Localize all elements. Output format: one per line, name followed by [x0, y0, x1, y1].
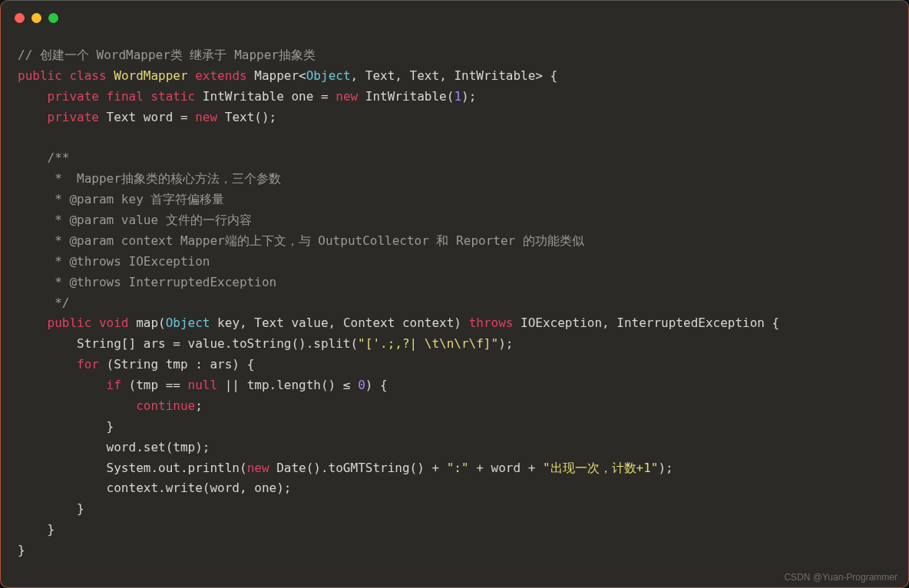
keyword-new: new [195, 110, 217, 124]
code-text: ); [498, 336, 513, 351]
keyword-public: public [48, 315, 92, 330]
minimize-icon[interactable] [31, 13, 41, 23]
code-text: ); [461, 89, 476, 104]
code-text: Text word = [99, 110, 195, 124]
keyword-final: final [107, 89, 144, 104]
number-literal: 1 [454, 89, 461, 104]
generic-object: Object [306, 68, 351, 83]
code-text: } [18, 543, 25, 557]
keyword-public: public [18, 68, 62, 83]
code-text: || tmp.length() ≤ [217, 378, 358, 392]
code-text: ); [658, 461, 673, 475]
keyword-void: void [99, 315, 129, 330]
close-icon[interactable] [15, 13, 25, 23]
keyword-throws: throws [469, 315, 514, 330]
keyword-if: if [107, 378, 121, 392]
code-text: (String tmp : ars) { [99, 357, 254, 372]
number-literal: 0 [358, 378, 365, 392]
code-text: Text(); [217, 110, 276, 124]
string-literal: ":" [447, 461, 469, 475]
class-name: WordMapper [114, 68, 187, 83]
code-text: } [18, 501, 84, 516]
code-text: context.write(word, one); [18, 481, 291, 495]
code-text: word.set(tmp); [18, 440, 210, 454]
keyword-continue: continue [136, 398, 195, 413]
code-text: ) { [365, 378, 388, 392]
javadoc: * Mapper抽象类的核心方法，三个参数 [18, 171, 281, 186]
javadoc: * @throws InterruptedException [18, 275, 276, 289]
string-literal: "['.;,?| \t\n\r\f]" [358, 336, 498, 351]
titlebar [1, 1, 908, 35]
javadoc: * @param value 文件的一行内容 [18, 213, 252, 227]
keyword-private: private [48, 110, 99, 124]
keyword-null: null [188, 378, 218, 392]
keyword-class: class [69, 68, 106, 83]
code-text: String[] ars = value.toString().split( [18, 336, 358, 351]
keyword-new: new [336, 89, 358, 104]
code-text: Date().toGMTString() + [269, 461, 447, 475]
code-block: // 创建一个 WordMapper类 继承于 Mapper抽象类 public… [1, 35, 908, 572]
code-text: IntWritable( [358, 89, 454, 104]
code-text: } [18, 522, 55, 537]
javadoc: * @param context Mapper端的上下文，与 OutputCol… [18, 233, 584, 248]
javadoc: * @throws IOException [18, 254, 210, 269]
string-literal: "出现一次，计数+1" [543, 461, 659, 475]
code-text: ; [195, 398, 203, 413]
code-text: + word + [469, 461, 543, 475]
keyword-extends: extends [195, 68, 246, 83]
code-text: System.out.println( [18, 461, 247, 475]
keyword-private: private [48, 89, 99, 104]
type-object: Object [166, 315, 210, 330]
javadoc: */ [18, 296, 69, 310]
code-text: (tmp == [121, 378, 188, 392]
code-text: IntWritable one = [203, 89, 336, 104]
watermark: CSDN @Yuan-Programmer [784, 572, 897, 583]
keyword-static: static [150, 89, 195, 104]
comment: // 创建一个 WordMapper类 继承于 Mapper抽象类 [18, 48, 316, 62]
javadoc: /** [18, 150, 69, 165]
code-text: , Text, Text, IntWritable> { [351, 68, 558, 83]
javadoc: * @param key 首字符偏移量 [18, 192, 224, 206]
keyword-new: new [247, 461, 269, 475]
code-window: // 创建一个 WordMapper类 继承于 Mapper抽象类 public… [0, 0, 909, 588]
zoom-icon[interactable] [48, 13, 58, 23]
keyword-for: for [77, 357, 99, 372]
code-text: key, Text value, Context context) [210, 315, 468, 330]
code-text: IOException, InterruptedException { [513, 315, 779, 330]
type-mapper: Mapper [254, 68, 299, 83]
code-text: } [18, 419, 114, 434]
method-name: map [136, 315, 158, 330]
